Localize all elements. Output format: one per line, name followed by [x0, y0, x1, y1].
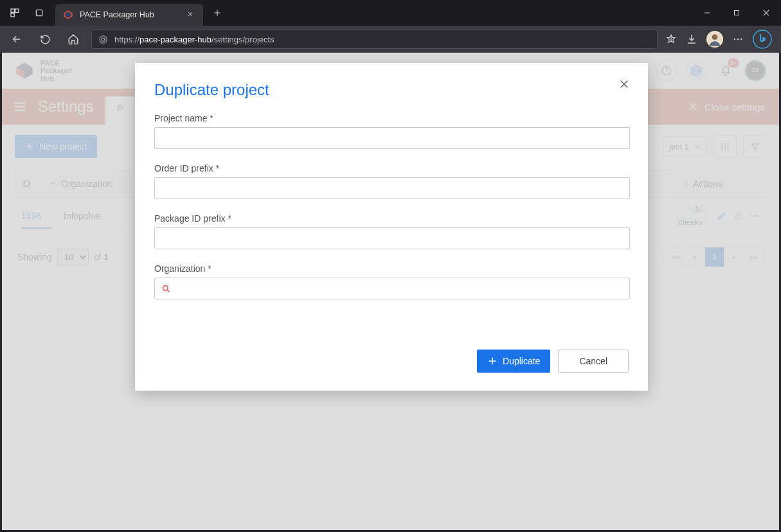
duplicate-project-dialog: Duplicate project Project name * Order I… — [135, 63, 648, 391]
url-text: https://pace-packager-hub/settings/proje… — [114, 35, 274, 44]
url-field[interactable]: https://pace-packager-hub/settings/proje… — [91, 30, 658, 49]
tab-title: PACE Packager Hub — [80, 10, 180, 19]
browser-titlebar: PACE Packager Hub — [0, 0, 781, 26]
svg-rect-1 — [15, 9, 19, 12]
svg-point-12 — [737, 39, 739, 40]
new-tab-button[interactable] — [208, 8, 226, 17]
more-icon[interactable] — [732, 33, 744, 45]
duplicate-button-label: Duplicate — [503, 356, 540, 366]
svg-point-11 — [734, 39, 735, 40]
bing-chat-icon[interactable] — [753, 30, 772, 49]
svg-rect-2 — [11, 13, 14, 17]
cancel-button-label: Cancel — [579, 356, 607, 366]
window-maximize-button[interactable] — [722, 0, 751, 26]
nav-back-button[interactable] — [6, 29, 27, 49]
input-package-prefix[interactable] — [154, 227, 630, 249]
label-organization: Organization * — [154, 263, 629, 274]
input-organization[interactable] — [154, 278, 630, 299]
nav-refresh-button[interactable] — [35, 29, 55, 49]
workspace-icon[interactable] — [9, 7, 21, 19]
favicon-icon — [63, 10, 73, 20]
svg-point-13 — [741, 39, 742, 40]
svg-point-10 — [712, 34, 718, 40]
svg-point-28 — [163, 285, 168, 290]
window-close-button[interactable] — [751, 0, 781, 26]
svg-point-14 — [753, 30, 771, 48]
tab-close-icon[interactable] — [186, 10, 195, 19]
svg-rect-0 — [11, 9, 14, 12]
profile-avatar[interactable] — [706, 31, 723, 48]
svg-rect-6 — [735, 11, 739, 15]
downloads-icon[interactable] — [686, 33, 697, 45]
svg-rect-3 — [36, 10, 42, 15]
label-order-prefix: Order ID prefix * — [154, 163, 629, 173]
svg-point-8 — [102, 38, 105, 41]
input-project-name[interactable] — [154, 127, 630, 149]
site-info-icon[interactable] — [98, 35, 108, 44]
input-order-prefix[interactable] — [154, 177, 630, 199]
label-project-name: Project name * — [154, 113, 629, 123]
favorites-icon[interactable] — [665, 33, 677, 45]
svg-point-7 — [100, 35, 107, 42]
search-icon — [161, 284, 171, 294]
label-package-prefix: Package ID prefix * — [154, 213, 629, 224]
browser-address-bar: https://pace-packager-hub/settings/proje… — [0, 26, 781, 53]
nav-home-button[interactable] — [63, 29, 84, 49]
browser-tab[interactable]: PACE Packager Hub — [55, 4, 203, 26]
window-minimize-button[interactable] — [692, 0, 722, 26]
cancel-button[interactable]: Cancel — [558, 350, 629, 373]
dialog-close-button[interactable] — [618, 78, 634, 94]
dialog-title: Duplicate project — [154, 81, 629, 99]
tabs-icon[interactable] — [33, 7, 45, 19]
duplicate-button[interactable]: Duplicate — [477, 350, 550, 373]
